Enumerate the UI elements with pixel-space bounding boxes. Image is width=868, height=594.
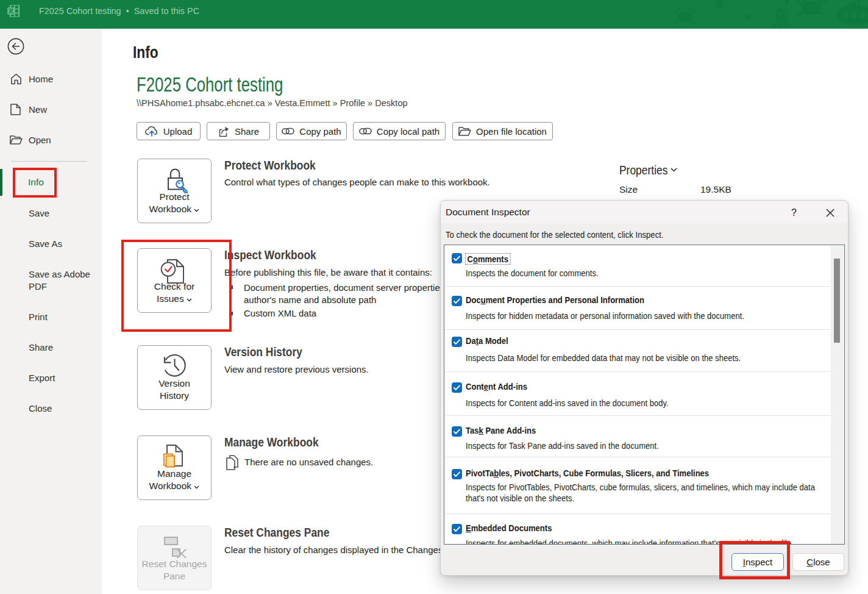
svg-text:X: X (9, 7, 13, 15)
